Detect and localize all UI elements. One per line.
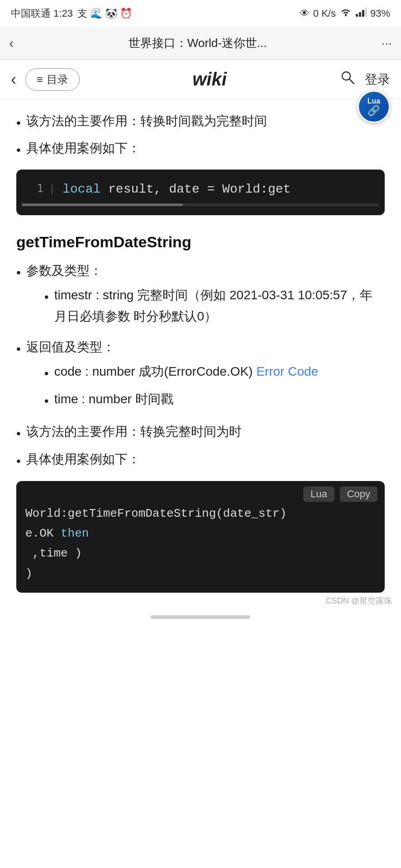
top-bullets: • 该方法的主要作用：转换时间戳为完整时间 • 具体使用案例如下： [16,99,385,160]
wiki-login-button[interactable]: 登录 [365,71,390,88]
params-label: 参数及类型： [26,264,102,278]
eye-icon: 👁 [300,8,310,19]
wifi-icon [339,8,352,19]
bullet-dot: • [44,363,49,384]
code-block-toolbar: Lua Copy [303,486,377,502]
copy-button[interactable]: Copy [340,486,377,502]
wiki-search-button[interactable] [339,69,356,90]
status-icons: 支 🌊 🐼 ⏰ [77,7,132,20]
sub-return-list: • code : number 成功(ErrorCode.OK) Error C… [44,361,318,412]
home-indicator [151,615,250,619]
lua-badge-label: Lua 🔗 [368,97,380,116]
code-content-2: World:getTimeFromDateString(date_str) e.… [25,504,376,584]
wiki-nav: ‹ ≡ 目录 wiki 登录 [0,60,401,99]
svg-rect-4 [365,8,367,17]
svg-rect-1 [356,14,358,17]
list-item: • 参数及类型： • timestr : string 完整时间（例如 2021… [16,260,385,332]
list-item: • 返回值及类型： • code : number 成功(ErrorCode.O… [16,336,385,416]
list-item: • 该方法的主要作用：转换完整时间为时 [16,421,385,444]
list-item: • code : number 成功(ErrorCode.OK) Error C… [44,361,318,384]
code-line-b1: World:getTimeFromDateString(date_str) e.… [25,507,286,580]
code-block-2: Lua Copy World:getTimeFromDateString(dat… [16,481,385,593]
bullet-dot: • [16,450,21,472]
code-scrollbar-thumb [22,203,183,206]
params-list: • 参数及类型： • timestr : string 完整时间（例如 2021… [16,260,385,472]
timestr-desc: timestr : string 完整时间（例如 2021-03-31 10:0… [54,284,385,327]
bullet-dot: • [16,139,21,161]
wiki-back-button[interactable]: ‹ [11,70,16,89]
bullet-dot: • [16,262,21,283]
code-content: local result, date = World:get [62,182,291,196]
home-bar [0,608,401,630]
svg-line-6 [349,79,354,84]
lua-floating-badge[interactable]: Lua 🔗 [358,90,390,123]
code-scrollbar[interactable] [22,203,379,206]
list-item: • time : number 时间戳 [44,388,318,412]
status-right: 👁 0 K/s 93% [300,8,390,19]
svg-point-0 [345,14,347,16]
wiki-logo: wiki [89,69,330,90]
battery-text: 93% [370,8,390,19]
code-desc: code : number 成功(ErrorCode.OK) Error Cod… [54,361,319,382]
browser-bar: ‹ 世界接口：World-迷你世... ··· [0,27,401,60]
browser-more-button[interactable]: ··· [382,36,392,51]
line-number: 1 [25,182,43,195]
bullet-text-1: 该方法的主要作用：转换时间戳为完整时间 [26,110,267,132]
return-label: 返回值及类型： [26,340,115,354]
bullet-dot: • [16,112,21,134]
toc-icon: ≡ [37,73,43,86]
code-line-1: 1 | local result, date = World:get [16,179,385,200]
bullet-dot: • [44,390,49,412]
list-item: • 该方法的主要作用：转换时间戳为完整时间 [16,110,385,134]
error-code-link[interactable]: Error Code [256,364,318,378]
content-area: • 该方法的主要作用：转换时间戳为完整时间 • 具体使用案例如下： 1 | lo… [0,99,401,593]
list-item: • timestr : string 完整时间（例如 2021-03-31 10… [44,284,385,327]
status-bar: 中国联通 1:23 支 🌊 🐼 ⏰ 👁 0 K/s 93% [0,0,401,27]
svg-rect-3 [362,10,364,17]
example-label: 具体使用案例如下： [26,448,140,470]
svg-rect-2 [359,12,361,17]
lua-tag: Lua [303,486,334,502]
list-item: • 具体使用案例如下： [16,137,385,161]
bullet-dot: • [16,423,21,444]
section-heading: getTimeFromDateString [16,233,385,251]
line-separator: | [51,182,53,195]
bullet-dot: • [44,286,49,308]
status-left: 中国联通 1:23 支 🌊 🐼 ⏰ [11,7,132,20]
wiki-toc-button[interactable]: ≡ 目录 [25,68,80,91]
code-block-1: 1 | local result, date = World:get [16,170,385,215]
carrier-text: 中国联通 1:23 [11,7,73,20]
main-usage: 该方法的主要作用：转换完整时间为时 [26,421,242,443]
signal-icon [356,8,367,19]
footer-attribution: CSDN @星空露珠 [0,593,401,608]
browser-back-button[interactable]: ‹ [9,35,14,52]
network-speed: 0 K/s [313,8,336,19]
browser-title: 世界接口：World-迷你世... [21,35,374,51]
code-keyword: local [62,182,100,196]
time-desc: time : number 时间戳 [54,388,173,410]
list-item: • 具体使用案例如下： [16,448,385,472]
sub-params-list: • timestr : string 完整时间（例如 2021-03-31 10… [44,284,385,327]
bullet-text-2: 具体使用案例如下： [26,137,140,159]
toc-label: 目录 [47,72,68,87]
bullet-dot: • [16,338,21,360]
